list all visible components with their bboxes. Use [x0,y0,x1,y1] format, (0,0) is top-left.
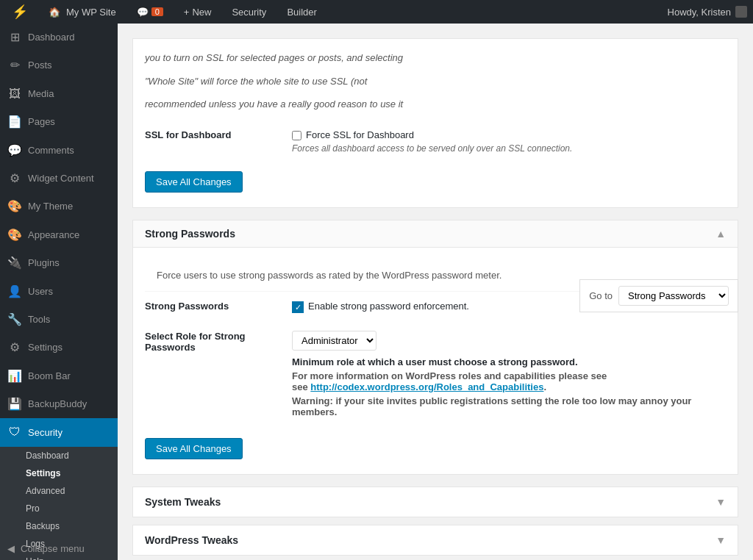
force-ssl-label-text: Force SSL for Dashboard [306,129,414,140]
sidebar-label-plugins: Plugins [28,256,60,270]
home-icon: 🏠 [49,7,60,18]
sidebar-label-media: Media [28,87,54,101]
sidebar-item-backupbuddy[interactable]: 💾 BackupBuddy [0,390,118,418]
force-ssl-description: Forces all dashboard access to be served… [292,143,726,154]
plus-icon: + [184,7,190,18]
security-adminbar-link[interactable]: Security [226,0,272,24]
wp-icon: ⚡ [12,4,28,20]
system-tweaks-header[interactable]: System Tweaks ▼ [133,487,738,517]
wp-logo[interactable]: ⚡ [6,0,34,24]
boom-bar-icon: 📊 [7,368,22,384]
codex-link[interactable]: http://codex.wordpress.org/Roles_and_Cap… [310,381,543,392]
ssl-partial-text-1: you to turn on SSL for selected pages or… [145,51,726,65]
sidebar-item-appearance[interactable]: 🎨 Appearance [0,221,118,249]
ssl-save-button[interactable]: Save All Changes [145,171,243,193]
user-avatar [735,6,747,18]
sidebar-label-tools: Tools [28,313,50,326]
system-tweaks-chevron: ▼ [715,496,726,508]
users-icon: 👤 [7,284,22,300]
submenu-item-dashboard[interactable]: Dashboard [0,447,118,464]
strong-passwords-save-button[interactable]: Save All Changes [145,438,243,459]
new-label: New [192,7,211,18]
posts-icon: ✏ [7,57,22,73]
sidebar-label-boom-bar: Boom Bar [28,370,71,383]
sidebar-label-pages: Pages [28,115,55,129]
ssl-partial-text-2: "Whole Site" will force the whole site t… [145,74,726,89]
role-select-label: Select Role for Strong Passwords [145,322,292,429]
sidebar-label-appearance: Appearance [28,229,79,242]
settings-icon: ⚙ [7,340,22,356]
collapse-icon: ◀ [7,543,15,554]
builder-link[interactable]: Builder [281,0,322,24]
strong-passwords-checkbox[interactable] [292,301,304,313]
site-name-text: My WP Site [66,7,116,18]
comment-icon: 💬 [137,7,149,18]
site-name-link[interactable]: 🏠 My WP Site [43,0,122,24]
backupbuddy-icon: 💾 [7,396,22,412]
security-icon: 🛡 [7,424,22,440]
sidebar-item-widget-content[interactable]: ⚙ Widget Content [0,165,118,193]
warning-text: Warning: if your site invites public reg… [292,395,726,417]
sidebar-item-my-theme[interactable]: 🎨 My Theme [0,193,118,220]
sidebar-item-settings[interactable]: ⚙ Settings [0,334,118,362]
sidebar-label-comments: Comments [28,144,74,157]
force-ssl-checkbox[interactable] [292,131,301,140]
widget-icon: ⚙ [7,170,22,187]
sidebar-item-tools[interactable]: 🔧 Tools [0,306,118,334]
comments-icon: 💬 [7,143,22,159]
ssl-form-table: SSL for Dashboard Force SSL for Dashboar… [145,121,726,162]
sidebar: ⊞ Dashboard ✏ Posts 🖼 Media 📄 Pages 💬 Co… [0,24,118,560]
sidebar-label-dashboard: Dashboard [28,31,75,44]
comments-link[interactable]: 💬 0 [131,0,169,24]
security-adminbar-text: Security [232,7,266,18]
plugins-icon: 🔌 [7,255,22,271]
wordpress-tweaks-section: WordPress Tweaks ▼ [132,525,738,556]
builder-text: Builder [287,7,316,18]
submenu-item-settings[interactable]: Settings [0,464,118,482]
sidebar-item-comments[interactable]: 💬 Comments [0,137,118,165]
sidebar-label-posts: Posts [28,59,52,72]
sidebar-label-users: Users [28,285,53,298]
submenu-item-advanced[interactable]: Advanced [0,482,118,500]
go-to-widget: Go to Strong Passwords System Tweaks Wor… [579,279,738,312]
force-ssl-checkbox-label[interactable]: Force SSL for Dashboard [292,129,726,140]
ssl-section: you to turn on SSL for selected pages or… [132,38,738,208]
sidebar-item-users[interactable]: 👤 Users [0,278,118,306]
role-select-field: Administrator Editor Author Contributor … [292,322,726,429]
collapse-menu-button[interactable]: ◀ Collapse menu [0,537,118,560]
role-select-dropdown[interactable]: Administrator Editor Author Contributor … [292,331,376,351]
min-role-text: Minimum role at which a user must choose… [292,356,726,367]
user-menu[interactable]: Howdy, Kristen [668,6,747,18]
sidebar-item-posts[interactable]: ✏ Posts [0,51,118,79]
role-select-row: Select Role for Strong Passwords Adminis… [145,322,726,429]
sidebar-item-plugins[interactable]: 🔌 Plugins [0,249,118,277]
wordpress-tweaks-header[interactable]: WordPress Tweaks ▼ [133,525,738,555]
strong-pwd-description: Minimum role at which a user must choose… [292,356,726,417]
strong-passwords-field-label: Strong Passwords [145,292,292,322]
sidebar-item-dashboard[interactable]: ⊞ Dashboard [0,24,118,51]
comment-count-badge: 0 [151,7,163,16]
sidebar-item-media[interactable]: 🖼 Media [0,80,118,108]
strong-passwords-chevron-up: ▲ [715,228,726,240]
strong-passwords-header[interactable]: Strong Passwords ▲ [133,220,738,248]
sidebar-label-my-theme: My Theme [28,200,73,213]
my-theme-icon: 🎨 [7,198,22,215]
new-content-button[interactable]: + New [178,0,218,24]
howdy-text: Howdy, Kristen [668,7,731,18]
go-to-select[interactable]: Strong Passwords System Tweaks WordPress… [618,286,729,306]
ssl-partial-text-3: recommended unless you have a really goo… [145,97,726,112]
strong-passwords-title: Strong Passwords [145,228,235,240]
wordpress-tweaks-chevron: ▼ [715,534,726,546]
ssl-dashboard-field: Force SSL for Dashboard Forces all dashb… [292,121,726,162]
go-to-label: Go to [589,290,613,301]
submenu-item-backups[interactable]: Backups [0,517,118,535]
sidebar-item-boom-bar[interactable]: 📊 Boom Bar [0,362,118,390]
sidebar-label-backupbuddy: BackupBuddy [28,398,87,411]
sidebar-item-security[interactable]: 🛡 Security [0,418,118,446]
sidebar-item-pages[interactable]: 📄 Pages [0,108,118,136]
tools-icon: 🔧 [7,312,22,328]
ssl-dashboard-label: SSL for Dashboard [145,121,292,162]
info-prefix: For more information on WordPress roles … [292,370,607,381]
more-info-text: For more information on WordPress roles … [292,370,726,392]
submenu-item-pro[interactable]: Pro [0,500,118,517]
